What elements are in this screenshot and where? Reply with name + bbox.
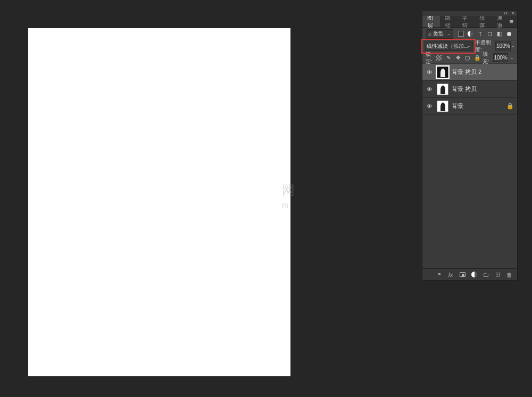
canvas-white-document[interactable] (28, 28, 290, 376)
chevron-down-icon[interactable]: ⌄ (511, 44, 515, 48)
tab-paths[interactable]: 路径 (440, 16, 458, 27)
layers-panel: ‹‹ × 图层 路径 字符 段落 通道 ≡ ⌕ 类型 ⌄ T ◻ ◧ 线性减淡（… (422, 10, 518, 281)
filter-dot-icon[interactable] (505, 30, 512, 37)
lock-paint-icon[interactable]: ✎ (445, 55, 452, 61)
lock-label: 锁定: (426, 50, 434, 65)
visibility-eye-icon[interactable]: 👁 (426, 102, 434, 110)
panel-menu-icon[interactable]: ≡ (509, 18, 517, 26)
panel-chevron-icon[interactable]: ‹‹ (504, 10, 508, 16)
visibility-eye-icon[interactable]: 👁 (426, 85, 434, 93)
lock-position-icon[interactable]: ✥ (455, 55, 461, 61)
link-layers-icon[interactable]: ⚭ (435, 271, 443, 278)
layer-name: 背景 (452, 102, 463, 110)
adjustment-layer-icon[interactable] (470, 272, 478, 277)
visibility-eye-icon[interactable]: 👁 (426, 68, 434, 76)
tab-characters[interactable]: 字符 (457, 16, 475, 27)
fill-input[interactable]: 100% (493, 53, 508, 62)
blend-mode-label: 线性减淡（添加... (427, 43, 468, 50)
filter-pixel-icon[interactable] (458, 30, 464, 37)
panel-tabs: 图层 路径 字符 段落 通道 ≡ (422, 16, 517, 28)
layer-item[interactable]: 👁 背景 拷贝 (422, 81, 517, 98)
chevron-down-icon: ⌄ (467, 44, 471, 48)
layer-item[interactable]: 👁 背景 拷贝 2 (422, 64, 517, 81)
layer-thumbnail[interactable] (437, 66, 448, 78)
lock-artboard-icon[interactable]: ▢ (464, 55, 471, 61)
layer-filter-row: ⌕ 类型 ⌄ T ◻ ◧ (422, 28, 517, 40)
blend-opacity-row: 线性减淡（添加... ⌄ 不透明度: 100% ⌄ (422, 40, 517, 52)
panel-close-icon[interactable]: × (512, 11, 515, 15)
layer-name: 背景 拷贝 (452, 85, 477, 93)
tab-channels[interactable]: 通道 (492, 16, 510, 27)
filter-type-icon[interactable]: T (477, 30, 484, 37)
filter-adjust-icon[interactable] (467, 30, 474, 37)
fx-icon[interactable]: fx (447, 272, 454, 278)
layers-list: 👁 背景 拷贝 2 👁 背景 拷贝 👁 背景 🔒 (422, 64, 517, 268)
new-layer-icon[interactable]: ⊡ (494, 271, 501, 278)
lock-icons-group: ✎ ✥ ▢ 🔒 (436, 55, 480, 61)
filter-shape-icon[interactable]: ◻ (486, 30, 493, 37)
tab-paragraph[interactable]: 段落 (475, 16, 492, 27)
chevron-down-icon: ⌄ (447, 31, 451, 36)
layer-thumbnail[interactable] (437, 83, 448, 95)
filter-kind-label: ⌕ 类型 (428, 30, 444, 38)
filter-smart-icon[interactable]: ◧ (496, 30, 503, 37)
filter-icons: T ◻ ◧ (458, 30, 512, 37)
lock-icon: 🔒 (506, 103, 514, 109)
lock-transparent-icon[interactable] (436, 55, 442, 61)
lock-all-icon[interactable]: 🔒 (474, 55, 480, 61)
fill-label: 填充: (483, 50, 491, 65)
chevron-down-icon[interactable]: ⌄ (510, 55, 514, 60)
trash-icon[interactable]: 🗑 (505, 272, 513, 278)
filter-kind-select[interactable]: ⌕ 类型 ⌄ (426, 29, 453, 39)
lock-fill-row: 锁定: ✎ ✥ ▢ 🔒 填充: 100% ⌄ (422, 52, 517, 64)
layers-panel-footer: ⚭ fx 🗀 ⊡ 🗑 (422, 268, 517, 280)
blend-mode-select[interactable]: 线性减淡（添加... ⌄ (425, 41, 473, 51)
layer-item[interactable]: 👁 背景 🔒 (422, 98, 517, 115)
panel-title-bar[interactable]: ‹‹ × (422, 11, 517, 16)
group-icon[interactable]: 🗀 (482, 272, 489, 278)
layer-thumbnail[interactable] (437, 100, 448, 112)
add-mask-icon[interactable] (459, 272, 466, 277)
opacity-input[interactable]: 100% (495, 41, 511, 50)
layer-name: 背景 拷贝 2 (452, 68, 481, 76)
tab-layers[interactable]: 图层 (422, 16, 440, 27)
